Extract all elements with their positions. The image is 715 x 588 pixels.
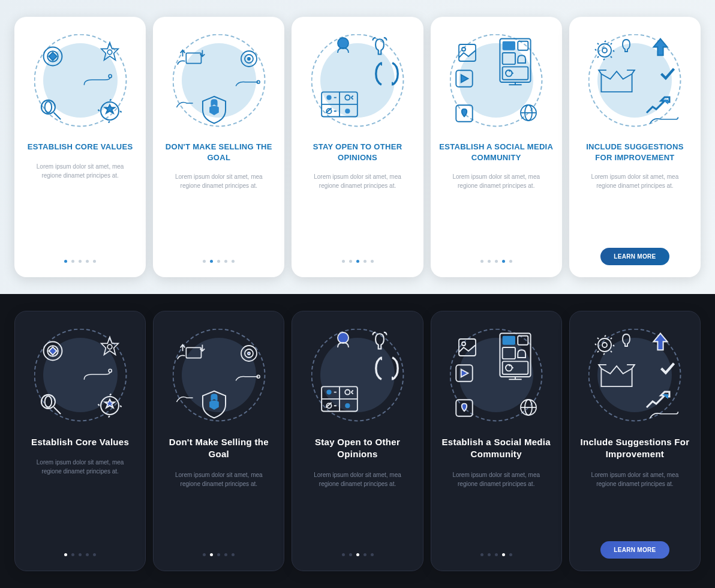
svg-point-37 [598, 44, 611, 57]
svg-point-19 [345, 95, 350, 100]
dot[interactable] [356, 260, 359, 263]
learn-more-button[interactable]: LEARN MORE [600, 248, 669, 265]
dot[interactable] [502, 260, 505, 263]
dot[interactable] [64, 553, 67, 556]
card-title: STAY OPEN TO OTHER OPINIONS [300, 142, 414, 163]
svg-point-41 [107, 344, 112, 349]
dot[interactable] [356, 553, 359, 556]
dot[interactable] [203, 260, 206, 263]
illustration [448, 327, 544, 423]
dot[interactable] [371, 260, 374, 263]
illustration [32, 32, 128, 128]
dot[interactable] [495, 553, 498, 556]
card-title: Establish Core Values [31, 436, 129, 448]
dot[interactable] [495, 260, 498, 263]
svg-rect-67 [503, 361, 528, 374]
dot[interactable] [371, 553, 374, 556]
page-dots [64, 260, 96, 263]
card-title: Establish a Social Media Community [440, 436, 553, 461]
dot[interactable] [502, 553, 505, 556]
dot[interactable] [488, 553, 491, 556]
svg-point-53 [338, 332, 349, 343]
card-body: Lorem ipsum dolor sit amet, mea regione … [578, 470, 692, 488]
dot[interactable] [224, 260, 227, 263]
illustration [32, 327, 128, 423]
svg-rect-27 [503, 53, 515, 64]
onboarding-card: ESTABLISH A SOCIAL MEDIA COMMUNITY Lorem… [431, 17, 562, 277]
page-dots [480, 260, 512, 263]
card-title: ESTABLISH CORE VALUES [28, 142, 133, 152]
svg-point-43 [41, 395, 55, 409]
illustration [171, 327, 267, 423]
dot[interactable] [349, 260, 352, 263]
illustration [448, 32, 544, 128]
illustration [310, 32, 405, 128]
svg-point-76 [598, 338, 611, 352]
onboarding-card: Stay Open to Other Opinions Lorem ipsum … [292, 311, 423, 571]
dot[interactable] [93, 260, 96, 263]
dot[interactable] [480, 553, 483, 556]
card-body: Lorem ipsum dolor sit amet, mea regione … [23, 458, 137, 476]
dot[interactable] [488, 260, 491, 263]
svg-line-6 [53, 113, 61, 120]
dot[interactable] [79, 553, 82, 556]
card-body: Lorem ipsum dolor sit amet, mea regione … [440, 470, 553, 488]
dot[interactable] [210, 260, 213, 263]
onboarding-card: Establish Core Values Lorem ipsum dolor … [14, 311, 146, 571]
svg-point-4 [41, 100, 55, 114]
svg-point-44 [44, 396, 52, 407]
card-body: Lorem ipsum dolor sit amet, mea regione … [162, 470, 275, 488]
svg-rect-28 [503, 67, 528, 79]
page-dots [203, 553, 235, 556]
dot[interactable] [363, 260, 366, 263]
illustration [587, 327, 683, 423]
svg-point-2 [107, 50, 112, 55]
dot[interactable] [509, 260, 512, 263]
dot[interactable] [203, 553, 206, 556]
svg-point-60 [345, 403, 350, 408]
svg-rect-65 [518, 336, 528, 345]
onboarding-card: Include Suggestions For Improvement Lore… [569, 311, 701, 571]
dot[interactable] [342, 553, 345, 556]
dot[interactable] [86, 553, 89, 556]
svg-rect-8 [186, 53, 201, 63]
svg-point-57 [326, 389, 331, 394]
svg-rect-26 [518, 41, 528, 50]
svg-point-58 [345, 389, 350, 394]
svg-rect-25 [503, 41, 515, 50]
page-dots [342, 553, 374, 556]
illustration [310, 327, 405, 423]
card-body: Lorem ipsum dolor sit amet, mea regione … [439, 172, 554, 190]
onboarding-card: STAY OPEN TO OTHER OPINIONS Lorem ipsum … [292, 17, 423, 277]
learn-more-button[interactable]: LEARN MORE [600, 541, 669, 559]
page-dots [64, 553, 96, 556]
dot[interactable] [349, 553, 352, 556]
card-body: Lorem ipsum dolor sit amet, mea regione … [301, 470, 414, 488]
dot[interactable] [342, 260, 345, 263]
dot[interactable] [217, 553, 220, 556]
dot[interactable] [217, 260, 220, 263]
dot[interactable] [232, 260, 235, 263]
svg-rect-66 [503, 347, 515, 359]
dot[interactable] [64, 260, 67, 263]
dark-theme-row: Establish Core Values Lorem ipsum dolor … [0, 294, 715, 588]
dot[interactable] [79, 260, 82, 263]
dot[interactable] [71, 260, 74, 263]
dot[interactable] [71, 553, 74, 556]
light-theme-row: ESTABLISH CORE VALUES Lorem ipsum dolor … [0, 0, 715, 294]
svg-point-12 [248, 58, 250, 60]
dot[interactable] [509, 553, 512, 556]
dot[interactable] [86, 260, 89, 263]
card-body: Lorem ipsum dolor sit amet, mea regione … [161, 172, 276, 190]
page-dots [203, 260, 235, 263]
dot[interactable] [232, 553, 235, 556]
svg-point-3 [109, 74, 112, 77]
dot[interactable] [480, 260, 483, 263]
card-title: Stay Open to Other Opinions [301, 436, 414, 461]
onboarding-card: Don't Make Selling the Goal Lorem ipsum … [153, 311, 284, 571]
dot[interactable] [210, 553, 213, 556]
dot[interactable] [363, 553, 366, 556]
dot[interactable] [224, 553, 227, 556]
dot[interactable] [93, 553, 96, 556]
page-dots [342, 260, 374, 263]
